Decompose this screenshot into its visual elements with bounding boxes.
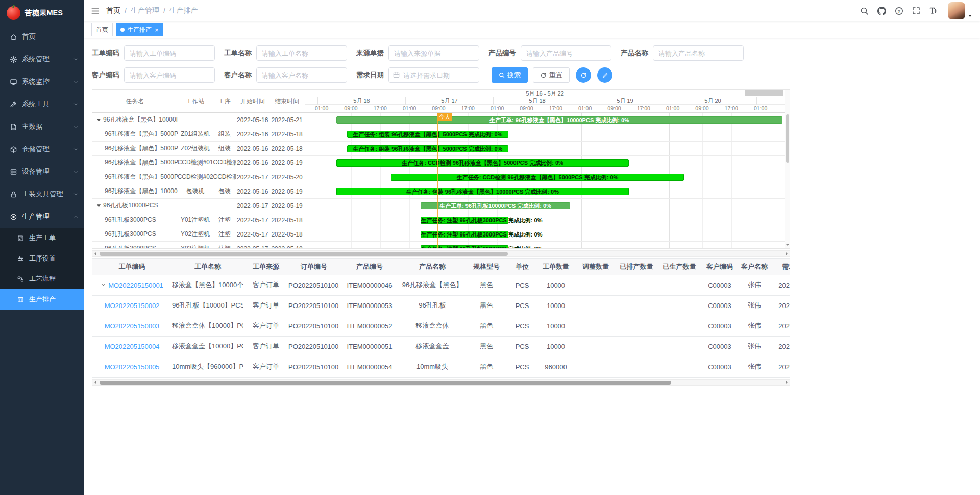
sidebar-item-5[interactable]: 仓储管理 (0, 138, 84, 160)
gantt-grid-row-3[interactable]: 96孔移液盒【黑色】5000PCS CCD检测#01 CCD检测 2022-05… (92, 156, 305, 170)
sidebar-subitem-8-2[interactable]: 工艺流程 (0, 269, 84, 289)
gantt-grid-row-9[interactable]: 96孔孔板3000PCS Y03注塑机 注塑 2022-05-17 2022-0… (92, 242, 305, 248)
scroll-thumb[interactable] (100, 381, 671, 385)
font-size-icon[interactable] (929, 7, 937, 15)
gantt-grid-row-0[interactable]: 96孔移液盒【黑色】10000PCS 2022-05-16 2022-05-21 (92, 113, 305, 127)
order-code-link[interactable]: MO202205150001 (108, 281, 163, 289)
edit-circle-button[interactable] (597, 67, 612, 83)
order-row-0[interactable]: MO202205150001移液盒【黑色】10000个客户订单PO2022051… (92, 275, 790, 295)
scroll-right-arrow[interactable] (783, 252, 790, 256)
order-row-4[interactable]: MO20220515000510mm吸头【960000】PCS客户订单PO202… (92, 357, 790, 377)
collapse-triangle-icon[interactable] (96, 117, 101, 122)
collapse-triangle-icon[interactable] (96, 203, 101, 208)
gantt-task-bar-3[interactable]: 生产任务: CCD检测 96孔移液盒【黑色】5000PCS 完成比例: 0% (336, 159, 629, 167)
cell-customer-code: C00003 (702, 316, 738, 336)
fullscreen-icon[interactable] (912, 7, 920, 15)
col-header-order-name: 工单名称 (172, 259, 243, 275)
gantt-task-bar-1[interactable]: 生产任务: 组装 96孔移液盒【黑色】5000PCS 完成比例: 0% (347, 131, 508, 138)
user-menu[interactable] (948, 2, 973, 19)
sidebar-item-0[interactable]: 首页 (0, 26, 84, 48)
gantt-day-0: 5月 16 (318, 97, 406, 105)
app-logo[interactable]: 苦糖果MES (0, 0, 84, 26)
order-row-3[interactable]: MO202205150004移液盒盒盖【10000】PCS客户订单PO20220… (92, 336, 790, 357)
github-icon[interactable] (877, 7, 886, 15)
sidebar-item-6[interactable]: 设备管理 (0, 160, 84, 183)
gantt-grid-row-2[interactable]: 96孔移液盒【黑色】5000PCS Z02组装机 组装 2022-05-16 2… (92, 142, 305, 156)
sidebar-item-4[interactable]: 主数据 (0, 115, 84, 138)
user-avatar[interactable] (948, 2, 965, 19)
search-button[interactable]: 搜索 (492, 67, 528, 83)
work-order-name-input[interactable] (256, 45, 347, 61)
gantt-hour-tick: 17:00 (370, 105, 390, 111)
gantt-workorder-bar-0[interactable]: 生产工单: 96孔移液盒【黑色】10000PCS 完成比例: 0% (336, 116, 782, 124)
tab-0[interactable]: 首页 (91, 23, 113, 36)
gantt-workorder-bar-6[interactable]: 生产工单: 96孔孔板10000PCS 完成比例: 0% (421, 202, 571, 209)
navbar-actions: ? (860, 2, 973, 19)
reset-button[interactable]: 重置 (533, 67, 570, 83)
gantt-task-bar-9[interactable]: 生产任务: 注塑 96孔孔板3000PCS 完成比例: 0% (421, 245, 508, 248)
gantt-vertical-scrollbar[interactable] (785, 90, 790, 248)
gantt-horizontal-scrollbar[interactable] (92, 250, 790, 257)
sidebar-item-1[interactable]: 系统管理 (0, 48, 84, 70)
sidebar-subitem-8-1[interactable]: 工序设置 (0, 248, 84, 269)
scroll-track[interactable] (99, 380, 783, 385)
sidebar-subitem-8-0[interactable]: 生产工单 (0, 228, 84, 248)
order-code-link[interactable]: MO202205150004 (105, 343, 160, 350)
gantt-hour-tick: 01:00 (575, 105, 595, 111)
scroll-track[interactable] (99, 251, 783, 256)
sidebar-item-3[interactable]: 系统工具 (0, 93, 84, 115)
chevron-down-icon (73, 57, 79, 62)
order-code-link[interactable]: MO202205150003 (105, 322, 160, 330)
search-icon[interactable] (860, 7, 869, 15)
svg-text:?: ? (898, 8, 901, 13)
gantt-hour-tick: 17:00 (458, 105, 478, 111)
customer-name-input[interactable] (256, 67, 347, 83)
cell-order-code: MO202205150002 (92, 295, 172, 316)
gantt-grid-row-8[interactable]: 96孔孔板3000PCS Y02注塑机 注塑 2022-05-17 2022-0… (92, 227, 305, 242)
gantt-grid-row-1[interactable]: 96孔移液盒【黑色】5000PCS Z01组装机 组装 2022-05-16 2… (92, 127, 305, 142)
gantt-grid-row-6[interactable]: 96孔孔板10000PCS 2022-05-17 2022-05-19 (92, 199, 305, 213)
gantt-task-bar-5[interactable]: 生产任务: 包装 96孔移液盒【黑色】10000PCS 完成比例: 0% (336, 188, 629, 195)
gantt-grid-col-4: 结束时间 (269, 97, 305, 106)
expand-chevron-icon[interactable] (101, 282, 106, 288)
gantt-grid-row-7[interactable]: 96孔孔板3000PCS Y01注塑机 注塑 2022-05-17 2022-0… (92, 213, 305, 227)
gantt-task-bar-7[interactable]: 生产任务: 注塑 96孔孔板3000PCS 完成比例: 0% (421, 217, 508, 224)
order-row-1[interactable]: MO20220515000296孔孔板【10000】PCS客户订单PO20220… (92, 295, 790, 316)
chevron-down-icon (73, 79, 79, 85)
order-row-2[interactable]: MO202205150003移液盒盒体【10000】PCS客户订单PO20220… (92, 316, 790, 336)
tab-1[interactable]: 生产排产 × (116, 23, 163, 36)
sidebar-item-7[interactable]: 工装夹具管理 (0, 183, 84, 205)
gantt-task-bar-4[interactable]: 生产任务: CCD检测 96孔移液盒【黑色】5000PCS 完成比例: 0% (391, 174, 683, 181)
cell-demand-date: 2022-05-20 (771, 336, 790, 357)
scroll-down-arrow[interactable] (786, 240, 790, 247)
refresh-circle-button[interactable] (576, 67, 591, 83)
product-code-input[interactable] (521, 45, 611, 61)
customer-code-input[interactable] (124, 67, 215, 83)
gantt-grid-row-5[interactable]: 96孔移液盒【黑色】10000PCS 包装机 包装 2022-05-16 202… (92, 184, 305, 199)
vertical-scroll-thumb[interactable] (786, 114, 789, 163)
breadcrumb-item-0[interactable]: 首页 (106, 6, 120, 15)
source-doc-input[interactable] (388, 45, 479, 61)
order-code-link[interactable]: MO202205150002 (105, 302, 160, 310)
gantt-task-bar-2[interactable]: 生产任务: 组装 96孔移液盒【黑色】5000PCS 完成比例: 0% (347, 145, 508, 152)
hamburger-icon[interactable] (91, 7, 100, 15)
table-horizontal-scrollbar[interactable] (92, 379, 790, 386)
sidebar-subitem-8-3[interactable]: 生产排产 (0, 289, 84, 310)
help-icon[interactable]: ? (895, 7, 903, 15)
scroll-right-arrow[interactable] (783, 380, 790, 384)
sidebar-item-8[interactable]: 生产管理 (0, 205, 84, 228)
scroll-thumb[interactable] (100, 252, 508, 256)
product-name-input[interactable] (653, 45, 744, 61)
close-icon[interactable]: × (155, 27, 159, 33)
gantt-task-bar-8[interactable]: 生产任务: 注塑 96孔孔板3000PCS 完成比例: 0% (421, 231, 508, 238)
col-header-produced-qty: 已生产数量 (657, 259, 702, 275)
gantt-chart-body: 生产工单: 96孔移液盒【黑色】10000PCS 完成比例: 0% 生产任务: … (305, 113, 785, 248)
demand-date-input[interactable] (388, 67, 479, 83)
order-code-link[interactable]: MO202205150005 (105, 363, 160, 371)
scroll-left-arrow[interactable] (92, 380, 99, 384)
sidebar-item-2[interactable]: 系统监控 (0, 70, 84, 93)
gantt-timeline-row-9: 生产任务: 注塑 96孔孔板3000PCS 完成比例: 0% (305, 242, 785, 248)
gantt-grid-row-4[interactable]: 96孔移液盒【黑色】5000PCS CCD检测#02 CCD检测 2022-05… (92, 170, 305, 184)
scroll-left-arrow[interactable] (92, 252, 99, 256)
work-order-code-input[interactable] (124, 45, 215, 61)
